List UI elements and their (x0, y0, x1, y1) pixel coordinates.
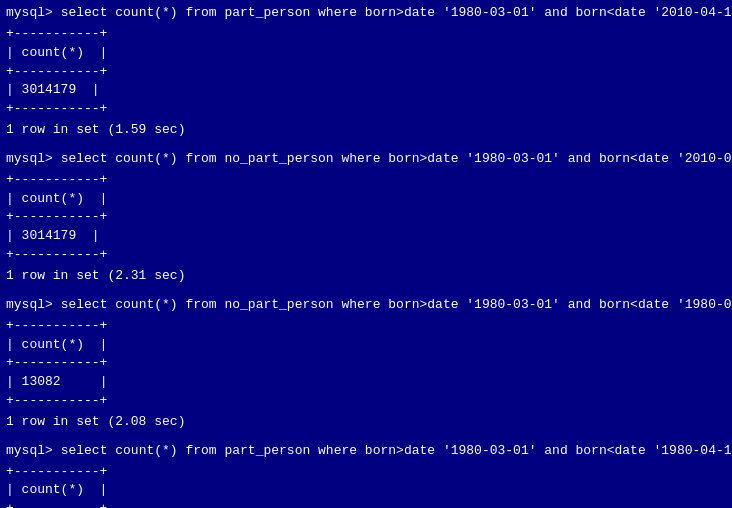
top-border-3: +-----------+ (6, 317, 726, 336)
mid-border-3: +-----------+ (6, 354, 726, 373)
query-line-3: mysql> select count(*) from no_part_pers… (6, 296, 726, 315)
mid-border-2: +-----------+ (6, 208, 726, 227)
sql-text-1: select count(*) from part_person where b… (61, 5, 732, 20)
mid-border-4: +-----------+ (6, 500, 726, 508)
result-info-2: 1 row in set (2.31 sec) (6, 267, 726, 286)
sql-text-2: select count(*) from no_part_person wher… (61, 151, 732, 166)
mid-border-1: +-----------+ (6, 63, 726, 82)
result-table-2: +-----------+ | count(*) | +-----------+… (6, 171, 726, 265)
value-row-1: | 3014179 | (6, 81, 726, 100)
result-table-1: +-----------+ | count(*) | +-----------+… (6, 25, 726, 119)
bot-border-3: +-----------+ (6, 392, 726, 411)
result-table-4: +-----------+ | count(*) | +-----------+… (6, 463, 726, 508)
prompt-2: mysql> (6, 151, 53, 166)
sql-text-4: select count(*) from part_person where b… (61, 443, 732, 458)
query-section-2: mysql> select count(*) from no_part_pers… (6, 150, 726, 286)
query-section-4: mysql> select count(*) from part_person … (6, 442, 726, 508)
bot-border-1: +-----------+ (6, 100, 726, 119)
sql-text-3: select count(*) from no_part_person wher… (61, 297, 732, 312)
header-row-3: | count(*) | (6, 336, 726, 355)
top-border-2: +-----------+ (6, 171, 726, 190)
result-info-3: 1 row in set (2.08 sec) (6, 413, 726, 432)
top-border-1: +-----------+ (6, 25, 726, 44)
terminal-window: mysql> select count(*) from part_person … (6, 4, 726, 508)
result-info-1: 1 row in set (1.59 sec) (6, 121, 726, 140)
result-table-3: +-----------+ | count(*) | +-----------+… (6, 317, 726, 411)
top-border-4: +-----------+ (6, 463, 726, 482)
query-line-2: mysql> select count(*) from no_part_pers… (6, 150, 726, 169)
value-row-3: | 13082 | (6, 373, 726, 392)
header-row-1: | count(*) | (6, 44, 726, 63)
query-line-4: mysql> select count(*) from part_person … (6, 442, 726, 461)
query-section-1: mysql> select count(*) from part_person … (6, 4, 726, 140)
header-row-2: | count(*) | (6, 190, 726, 209)
value-row-2: | 3014179 | (6, 227, 726, 246)
prompt-3: mysql> (6, 297, 53, 312)
bot-border-2: +-----------+ (6, 246, 726, 265)
prompt-1: mysql> (6, 5, 53, 20)
prompt-4: mysql> (6, 443, 53, 458)
query-section-3: mysql> select count(*) from no_part_pers… (6, 296, 726, 432)
header-row-4: | count(*) | (6, 481, 726, 500)
query-line-1: mysql> select count(*) from part_person … (6, 4, 726, 23)
